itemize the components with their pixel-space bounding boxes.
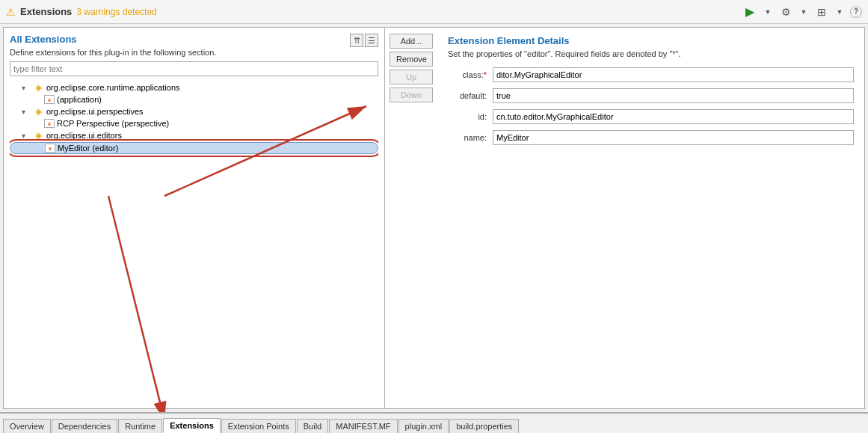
collapse-all-button[interactable]: ⇈: [350, 34, 363, 47]
tab-dependencies[interactable]: Dependencies: [52, 419, 117, 433]
page-title: Extensions: [20, 6, 72, 17]
tab-overview[interactable]: Overview: [3, 419, 51, 433]
title-bar-left: ⚠ Extensions 3 warnings detected: [6, 6, 742, 18]
xml-icon-application: x: [44, 95, 55, 104]
filter-input[interactable]: [10, 61, 378, 76]
extension-tree: ▾ ◈ org.eclipse.core.runtime.application…: [10, 81, 378, 402]
tree-item-perspectives[interactable]: ▾ ◈ org.eclipse.ui.perspectives: [10, 105, 378, 118]
warning-icon: ⚠: [6, 6, 16, 18]
tree-label-myeditor: MyEditor (editor): [58, 144, 118, 153]
field-label-id: id:: [448, 112, 493, 121]
add-button[interactable]: Add...: [390, 34, 433, 49]
plugin-icon-applications: ◈: [32, 82, 44, 93]
field-value-id[interactable]: [493, 109, 854, 124]
view-menu-button[interactable]: ☰: [365, 34, 378, 47]
run-button[interactable]: ▶: [742, 4, 757, 19]
field-label-name: name:: [448, 133, 493, 142]
action-buttons: Add... Remove Up Down: [385, 28, 437, 408]
field-row-name: name:: [448, 130, 854, 145]
field-value-default[interactable]: [493, 88, 854, 103]
warning-badge: 3 warnings detected: [76, 7, 156, 17]
xml-icon-perspective: x: [44, 119, 55, 128]
field-row-id: id:: [448, 109, 854, 124]
preferences-icon[interactable]: ⊞: [814, 4, 829, 19]
field-label-class: class:: [448, 70, 493, 79]
main-content: All Extensions Define extensions for thi…: [0, 24, 868, 412]
field-row-class: class:: [448, 67, 854, 82]
expand-perspectives-icon: ▾: [22, 108, 32, 116]
tab-plugin-xml[interactable]: plugin.xml: [398, 419, 449, 433]
tab-build-properties[interactable]: build.properties: [449, 419, 519, 433]
tree-item-myeditor[interactable]: x MyEditor (editor): [10, 142, 378, 154]
left-panel: All Extensions Define extensions for thi…: [4, 28, 385, 408]
remove-button[interactable]: Remove: [390, 52, 433, 67]
tree-label-perspective: RCP Perspective (perspective): [57, 119, 169, 128]
tab-runtime[interactable]: Runtime: [118, 419, 162, 433]
xml-icon-myeditor: x: [45, 144, 55, 153]
tree-label-perspectives: org.eclipse.ui.perspectives: [46, 107, 144, 116]
main-window: ⚠ Extensions 3 warnings detected ▶ ▼ ⚙ ▼…: [0, 0, 868, 433]
tab-extensions[interactable]: Extensions: [163, 418, 221, 433]
panels-container: All Extensions Define extensions for thi…: [3, 27, 865, 409]
up-button[interactable]: Up: [390, 70, 433, 85]
expand-applications-icon: ▾: [22, 84, 32, 92]
tree-item-application[interactable]: x (application): [10, 94, 378, 105]
run-dropdown[interactable]: ▼: [760, 4, 775, 19]
field-label-default: default:: [448, 91, 493, 100]
panel-toolbar: ⇈ ☰: [350, 34, 378, 47]
tree-label-applications: org.eclipse.core.runtime.applications: [46, 83, 180, 92]
right-panel-title: Extension Element Details: [448, 35, 854, 46]
down-button[interactable]: Down: [390, 87, 433, 102]
preferences-dropdown[interactable]: ▼: [832, 4, 847, 19]
tree-label-editors: org.eclipse.ui.editors: [46, 131, 122, 140]
expand-editors-icon: ▾: [22, 132, 32, 140]
tab-manifest[interactable]: MANIFEST.MF: [329, 419, 397, 433]
left-panel-title: All Extensions: [10, 34, 216, 45]
settings-dropdown[interactable]: ▼: [796, 4, 811, 19]
bottom-tabs: Overview Dependencies Runtime Extensions…: [0, 412, 868, 433]
tree-item-editors[interactable]: ▾ ◈ org.eclipse.ui.editors: [10, 129, 378, 142]
field-value-class[interactable]: [493, 67, 854, 82]
right-panel-desc: Set the properties of "editor". Required…: [448, 49, 854, 58]
tree-label-application: (application): [57, 95, 102, 104]
tab-extension-points[interactable]: Extension Points: [221, 419, 296, 433]
field-row-default: default:: [448, 88, 854, 103]
plugin-icon-editors: ◈: [32, 129, 44, 141]
tree-item-perspective[interactable]: x RCP Perspective (perspective): [10, 118, 378, 129]
tree-item-applications[interactable]: ▾ ◈ org.eclipse.core.runtime.application…: [10, 81, 378, 94]
left-panel-desc: Define extensions for this plug-in in th…: [10, 48, 216, 57]
settings-icon[interactable]: ⚙: [778, 4, 793, 19]
title-bar: ⚠ Extensions 3 warnings detected ▶ ▼ ⚙ ▼…: [0, 0, 868, 24]
help-icon[interactable]: ?: [850, 6, 862, 18]
field-value-name[interactable]: [493, 130, 854, 145]
plugin-icon-perspectives: ◈: [32, 105, 44, 117]
right-panel: Extension Element Details Set the proper…: [437, 28, 864, 408]
title-bar-right: ▶ ▼ ⚙ ▼ ⊞ ▼ ?: [742, 4, 862, 19]
tab-build[interactable]: Build: [297, 419, 328, 433]
